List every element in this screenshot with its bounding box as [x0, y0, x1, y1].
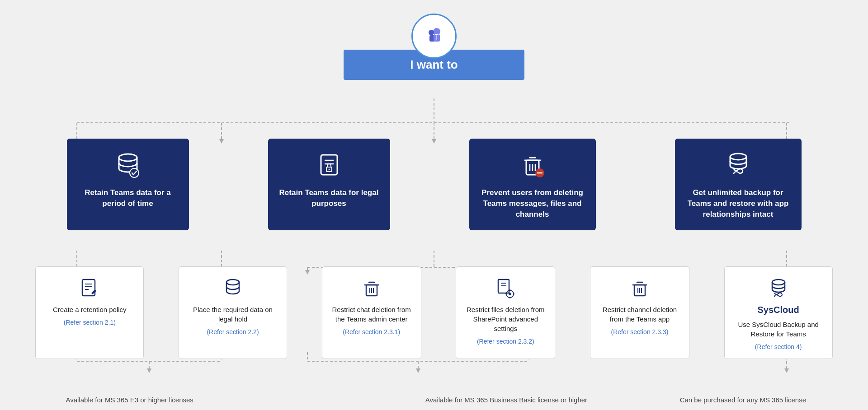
document-edit-icon	[78, 277, 101, 300]
teams-logo-circle	[411, 14, 457, 59]
teams-icon	[420, 23, 448, 50]
syscloud-ref: (Refer section 4)	[755, 343, 802, 350]
channel-deletion-title: Restrict channel deletion from the Teams…	[598, 305, 682, 324]
bottom-card-channel-deletion: Restrict channel deletion from the Teams…	[590, 266, 689, 359]
diagram-container: I want to	[0, 0, 868, 410]
svg-rect-6	[437, 35, 438, 40]
bottom-card-files-deletion: Restrict files deletion from SharePoint …	[456, 266, 555, 359]
files-deletion-title: Restrict files deletion from SharePoint …	[463, 305, 547, 333]
top-card-retain-legal: Retain Teams data for legal purposes	[268, 139, 390, 230]
legal-hold-title: Place the required data on legal hold	[186, 305, 279, 324]
channel-deletion-ref: (Refer section 2.3.3)	[611, 328, 669, 335]
header-title: I want to	[410, 58, 458, 71]
trash-channel-icon	[628, 277, 651, 300]
database-hold-icon	[221, 277, 245, 300]
bottom-cards-row: Create a retention policy (Refer section…	[0, 230, 868, 359]
svg-rect-5	[435, 34, 439, 35]
syscloud-title: SysCloud	[757, 305, 799, 315]
database-infinity-icon	[724, 151, 753, 180]
top-card-unlimited-backup: Get unlimited backup for Teams and resto…	[675, 139, 802, 230]
note-any: Can be purchased for any MS 365 license	[679, 395, 806, 405]
retention-policy-ref: (Refer section 2.1)	[64, 319, 116, 326]
syscloud-subtitle: Use SysCloud Backup and Restore for Team…	[732, 320, 825, 339]
svg-point-2	[429, 30, 434, 35]
retention-policy-title: Create a retention policy	[53, 305, 127, 314]
bottom-card-legal-hold: Place the required data on legal hold (R…	[179, 266, 287, 359]
svg-point-85	[772, 280, 785, 285]
top-node: I want to	[344, 14, 524, 80]
note-e3: Available for MS 365 E3 or higher licens…	[62, 395, 198, 405]
svg-point-49	[328, 169, 330, 170]
database-infinity-small-icon	[767, 277, 790, 300]
bottom-card-syscloud: SysCloud Use SysCloud Backup and Restore…	[724, 266, 833, 359]
document-lock-icon	[315, 151, 344, 180]
chat-deletion-title: Restrict chat deletion from the Teams ad…	[330, 305, 414, 324]
trash-restrict-icon	[518, 151, 547, 180]
svg-point-63	[226, 280, 239, 285]
svg-point-1	[433, 28, 440, 35]
prevent-delete-title: Prevent users from deleting Teams messag…	[478, 187, 587, 219]
bottom-notes-row: Available for MS 365 E3 or higher licens…	[0, 359, 868, 405]
top-card-prevent-delete: Prevent users from deleting Teams messag…	[469, 139, 596, 230]
svg-point-58	[730, 154, 746, 160]
database-check-icon	[113, 151, 142, 180]
bottom-card-chat-deletion: Restrict chat deletion from the Teams ad…	[322, 266, 421, 359]
unlimited-backup-title: Get unlimited backup for Teams and resto…	[684, 187, 793, 219]
files-deletion-ref: (Refer section 2.3.2)	[477, 338, 534, 345]
trash-restrict-small-icon	[360, 277, 383, 300]
svg-point-43	[119, 154, 137, 161]
bottom-card-retention-policy: Create a retention policy (Refer section…	[35, 266, 144, 359]
svg-point-74	[509, 293, 511, 295]
retain-period-title: Retain Teams data for a period of time	[76, 187, 180, 209]
retain-legal-title: Retain Teams data for legal purposes	[277, 187, 381, 209]
chat-deletion-ref: (Refer section 2.3.1)	[343, 328, 400, 335]
note-basic: Available for MS 365 Business Basic lice…	[420, 395, 592, 405]
top-cards-row: Retain Teams data for a period of time R…	[0, 80, 868, 230]
top-card-retain-period: Retain Teams data for a period of time	[67, 139, 189, 230]
legal-hold-ref: (Refer section 2.2)	[207, 328, 259, 335]
file-settings-icon	[494, 277, 517, 300]
